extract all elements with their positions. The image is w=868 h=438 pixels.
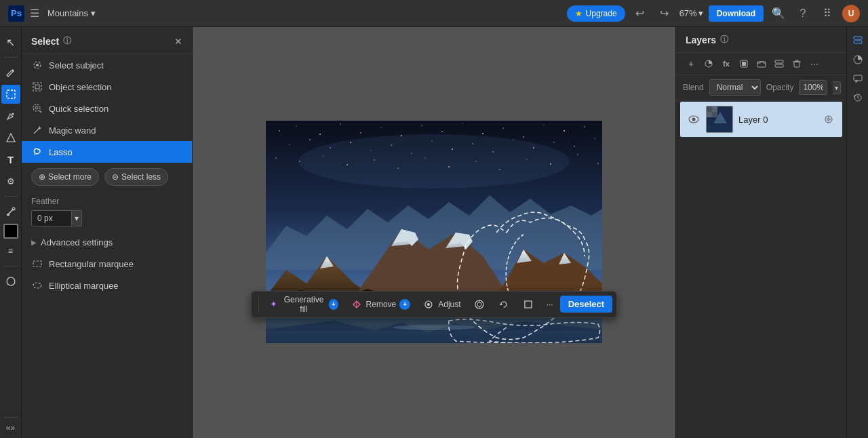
feather-section: Feather 0 px ▾ (22, 191, 192, 232)
eyedropper-tool[interactable] (1, 202, 20, 221)
document-title[interactable]: Mountains ▾ (47, 8, 96, 18)
upgrade-button[interactable]: ★ Upgrade (567, 5, 625, 22)
right-adjust-icon[interactable] (850, 52, 866, 68)
ellip-marquee-icon (31, 279, 43, 292)
more-options-button[interactable]: ··· (541, 296, 559, 313)
center-target-button[interactable] (468, 295, 491, 314)
svg-point-28 (482, 133, 484, 134)
remove-button[interactable]: Remove + (345, 295, 416, 314)
opacity-dropdown-button[interactable]: ▾ (833, 81, 841, 94)
rect-marquee-icon (31, 258, 43, 270)
apps-button[interactable]: ⠿ (818, 4, 837, 23)
right-chat-icon[interactable] (850, 71, 866, 87)
square-button[interactable] (517, 295, 540, 314)
more-layers-button[interactable]: ··· (806, 56, 823, 72)
ellip-marquee-item[interactable]: Elliptical marquee (22, 275, 192, 296)
right-history-icon[interactable] (850, 89, 866, 106)
select-actions: ⊕ Select more ⊖ Select less (22, 163, 192, 191)
lasso-item[interactable]: Lasso (22, 141, 192, 163)
zoom-control[interactable]: 67% ▾ (679, 8, 703, 18)
blend-select[interactable]: Normal Multiply Screen Overlay (709, 79, 761, 96)
select-more-button[interactable]: ⊕ Select more (31, 168, 99, 186)
brush-tool[interactable] (1, 63, 20, 82)
svg-rect-84 (795, 60, 798, 62)
gen-fill-plus-icon: + (329, 299, 338, 310)
svg-rect-93 (707, 112, 712, 117)
svg-point-9 (36, 64, 39, 66)
add-layer-button[interactable]: + (683, 56, 699, 72)
layer-0-item[interactable]: Layer 0 (680, 102, 842, 137)
feather-dropdown-button[interactable]: ▾ (72, 210, 82, 226)
opacity-input[interactable] (799, 80, 827, 95)
move-tool[interactable]: ↖ (1, 33, 20, 52)
ellip-marquee-label: Elliptical marquee (49, 281, 119, 291)
magic-wand-label: Magic wand (49, 125, 96, 136)
help-button[interactable]: ? (793, 4, 812, 23)
svg-point-62 (577, 154, 578, 155)
undo-button[interactable]: ↩ (631, 4, 650, 23)
layer-visibility-icon[interactable] (687, 113, 701, 126)
svg-point-27 (462, 123, 462, 123)
menu-icon[interactable]: ☰ (30, 7, 39, 20)
minus-icon: ⊖ (112, 172, 119, 182)
layers-info-icon[interactable]: ⓘ (720, 34, 728, 45)
object-selection-item[interactable]: Object selection (22, 76, 192, 98)
circle-tool[interactable] (1, 272, 20, 291)
svg-point-48 (574, 146, 575, 147)
toolbar-divider-left (258, 296, 259, 313)
fx-tool[interactable]: ⚙ (1, 172, 20, 191)
rect-marquee-item[interactable]: Rectangular marquee (22, 253, 192, 275)
lasso-icon (31, 146, 43, 158)
fx-layer-button[interactable]: fx (718, 56, 734, 72)
svg-point-86 (692, 118, 696, 121)
right-layers-icon[interactable] (850, 33, 866, 49)
feather-input[interactable]: 0 px (31, 210, 72, 226)
mask-layer-button[interactable] (736, 56, 752, 72)
download-button[interactable]: Download (709, 5, 764, 22)
adjust-button[interactable]: Adjust (417, 295, 466, 314)
quick-selection-item[interactable]: Quick selection (22, 98, 192, 119)
lasso-label: Lasso (49, 147, 73, 157)
advanced-settings-row[interactable]: ▶ Advanced settings (22, 232, 192, 253)
text-tool[interactable]: T (1, 150, 20, 169)
search-button[interactable]: 🔍 (769, 4, 788, 23)
color-picker[interactable] (3, 224, 18, 239)
object-selection-label: Object selection (49, 82, 112, 92)
svg-rect-75 (525, 301, 532, 308)
layer-settings-icon[interactable] (822, 113, 835, 126)
pen-tool[interactable] (1, 106, 20, 125)
rotate-button[interactable] (492, 295, 515, 314)
object-selection-icon (31, 81, 43, 93)
svg-point-29 (502, 127, 503, 128)
svg-point-47 (553, 142, 554, 142)
svg-point-7 (7, 277, 15, 285)
deselect-button[interactable]: Deselect (560, 296, 612, 313)
levels-tool[interactable]: ≡ (1, 241, 20, 260)
select-tool-panel[interactable] (1, 85, 20, 104)
panel-info-icon[interactable]: ⓘ (63, 35, 71, 47)
group-layer-button[interactable] (753, 56, 770, 72)
layer-thumbnail (706, 106, 733, 133)
canvas-area[interactable]: ✦ Generative fill + Remove + Adjust (193, 27, 675, 438)
svg-point-30 (523, 136, 524, 138)
shape-tool[interactable] (1, 128, 20, 147)
layer-type-button[interactable] (771, 56, 787, 72)
advanced-settings-label: Advanced settings (41, 237, 113, 247)
delete-layer-button[interactable] (789, 56, 805, 72)
redo-button[interactable]: ↪ (655, 4, 674, 23)
adjustment-layer-button[interactable] (701, 56, 717, 72)
rotate-icon (498, 298, 510, 311)
avatar[interactable]: U (842, 5, 860, 22)
select-less-button[interactable]: ⊖ Select less (104, 168, 168, 186)
magic-wand-item[interactable]: Magic wand (22, 119, 192, 141)
select-subject-item[interactable]: Select subject (22, 54, 192, 76)
collapse-toolbar-icon[interactable]: «» (6, 423, 15, 433)
panel-close-button[interactable]: ✕ (174, 36, 182, 47)
panel-title-text: Select (31, 36, 59, 47)
layers-panel: Layers ⓘ + fx ··· (675, 27, 846, 438)
panel-header: Select ⓘ ✕ (22, 27, 192, 54)
feather-label: Feather (31, 197, 182, 206)
ellipsis-icon: ··· (547, 300, 553, 309)
svg-point-0 (12, 70, 14, 72)
generative-fill-button[interactable]: ✦ Generative fill + (263, 292, 344, 317)
